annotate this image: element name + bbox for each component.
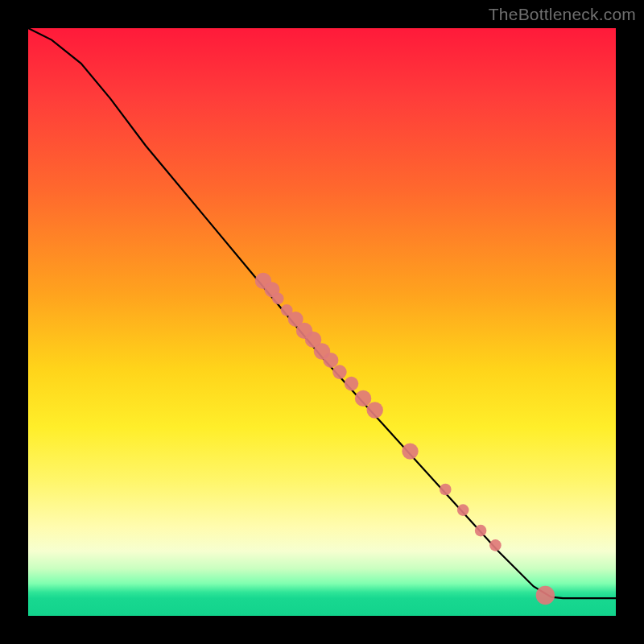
plot-area [28,28,616,616]
data-point [489,539,502,551]
data-point [323,353,338,368]
data-point [440,484,452,496]
data-point [402,443,418,459]
data-point [457,504,469,516]
data-curve [28,28,616,598]
chart-svg [28,28,616,616]
data-point [272,293,284,305]
data-point [345,377,359,391]
data-point [475,525,487,537]
data-point [367,402,383,418]
watermark-text: TheBottleneck.com [489,5,636,24]
data-point [332,365,347,379]
data-points [255,273,555,605]
chart-frame: TheBottleneck.com [0,0,644,644]
data-point [536,586,555,605]
data-point [355,390,371,407]
